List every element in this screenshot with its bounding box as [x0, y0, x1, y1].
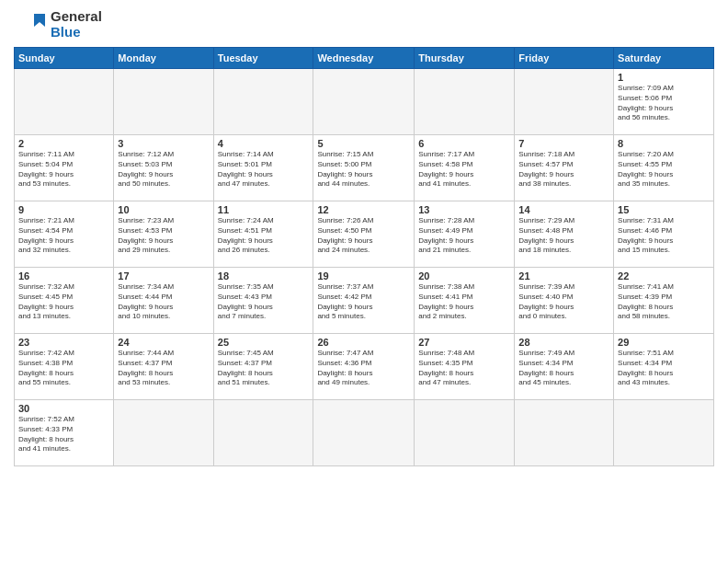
day-info: Sunrise: 7:12 AM Sunset: 5:03 PM Dayligh… [118, 150, 209, 190]
calendar-header-row: SundayMondayTuesdayWednesdayThursdayFrid… [15, 48, 714, 69]
calendar-cell [415, 400, 515, 466]
day-info: Sunrise: 7:29 AM Sunset: 4:48 PM Dayligh… [518, 216, 609, 256]
day-info: Sunrise: 7:47 AM Sunset: 4:36 PM Dayligh… [317, 349, 410, 388]
day-number: 27 [418, 337, 510, 348]
day-info: Sunrise: 7:11 AM Sunset: 5:04 PM Dayligh… [18, 150, 109, 190]
calendar-cell: 2Sunrise: 7:11 AM Sunset: 5:04 PM Daylig… [15, 135, 114, 201]
calendar-cell: 8Sunrise: 7:20 AM Sunset: 4:55 PM Daylig… [614, 135, 714, 201]
day-number: 22 [618, 270, 710, 282]
calendar-cell: 15Sunrise: 7:31 AM Sunset: 4:46 PM Dayli… [614, 201, 714, 268]
calendar-cell: 17Sunrise: 7:34 AM Sunset: 4:44 PM Dayli… [114, 268, 213, 334]
weekday-header-friday: Friday [515, 48, 614, 69]
calendar-cell [114, 400, 213, 466]
day-info: Sunrise: 7:17 AM Sunset: 4:58 PM Dayligh… [418, 150, 510, 190]
day-info: Sunrise: 7:14 AM Sunset: 5:01 PM Dayligh… [218, 150, 310, 190]
day-number: 17 [118, 270, 209, 282]
calendar-cell: 12Sunrise: 7:26 AM Sunset: 4:50 PM Dayli… [313, 201, 415, 268]
day-info: Sunrise: 7:42 AM Sunset: 4:38 PM Dayligh… [18, 349, 109, 388]
day-number: 15 [618, 204, 710, 215]
day-info: Sunrise: 7:24 AM Sunset: 4:51 PM Dayligh… [218, 216, 310, 256]
day-number: 3 [118, 138, 209, 149]
day-number: 29 [618, 337, 710, 348]
calendar-cell: 14Sunrise: 7:29 AM Sunset: 4:48 PM Dayli… [515, 201, 614, 268]
day-info: Sunrise: 7:18 AM Sunset: 4:57 PM Dayligh… [518, 150, 609, 190]
day-info: Sunrise: 7:31 AM Sunset: 4:46 PM Dayligh… [618, 216, 710, 256]
calendar-cell [313, 400, 415, 466]
calendar-cell [515, 400, 614, 466]
calendar-cell: 6Sunrise: 7:17 AM Sunset: 4:58 PM Daylig… [415, 135, 515, 201]
calendar-cell: 1Sunrise: 7:09 AM Sunset: 5:06 PM Daylig… [614, 69, 714, 135]
calendar-cell [213, 400, 313, 466]
calendar-week-row: 2Sunrise: 7:11 AM Sunset: 5:04 PM Daylig… [15, 135, 714, 201]
day-info: Sunrise: 7:09 AM Sunset: 5:06 PM Dayligh… [618, 84, 710, 123]
day-info: Sunrise: 7:48 AM Sunset: 4:35 PM Dayligh… [418, 349, 510, 388]
calendar-cell [313, 69, 415, 135]
logo: General Blue [14, 9, 102, 40]
calendar-cell: 25Sunrise: 7:45 AM Sunset: 4:37 PM Dayli… [213, 334, 313, 400]
day-number: 24 [118, 337, 209, 348]
calendar-cell: 24Sunrise: 7:44 AM Sunset: 4:37 PM Dayli… [114, 334, 213, 400]
day-number: 7 [518, 138, 609, 149]
day-number: 2 [18, 138, 109, 149]
calendar-cell: 19Sunrise: 7:37 AM Sunset: 4:42 PM Dayli… [313, 268, 415, 334]
weekday-header-saturday: Saturday [614, 48, 714, 69]
day-number: 18 [218, 270, 310, 282]
calendar-week-row: 9Sunrise: 7:21 AM Sunset: 4:54 PM Daylig… [15, 201, 714, 268]
calendar-cell [213, 69, 313, 135]
day-info: Sunrise: 7:15 AM Sunset: 5:00 PM Dayligh… [317, 150, 410, 190]
day-number: 20 [418, 270, 510, 282]
calendar-cell: 16Sunrise: 7:32 AM Sunset: 4:45 PM Dayli… [15, 268, 114, 334]
day-info: Sunrise: 7:51 AM Sunset: 4:34 PM Dayligh… [618, 349, 710, 388]
calendar-week-row: 23Sunrise: 7:42 AM Sunset: 4:38 PM Dayli… [15, 334, 714, 400]
logo-icon [14, 12, 47, 38]
day-number: 9 [18, 204, 109, 215]
day-number: 13 [418, 204, 510, 215]
calendar-week-row: 16Sunrise: 7:32 AM Sunset: 4:45 PM Dayli… [15, 268, 714, 334]
calendar-cell [515, 69, 614, 135]
day-number: 1 [618, 72, 710, 83]
calendar-cell: 7Sunrise: 7:18 AM Sunset: 4:57 PM Daylig… [515, 135, 614, 201]
logo-text: General Blue [51, 9, 102, 40]
day-number: 23 [18, 337, 109, 348]
day-info: Sunrise: 7:44 AM Sunset: 4:37 PM Dayligh… [118, 349, 209, 388]
day-info: Sunrise: 7:21 AM Sunset: 4:54 PM Dayligh… [18, 216, 109, 256]
calendar-cell: 26Sunrise: 7:47 AM Sunset: 4:36 PM Dayli… [313, 334, 415, 400]
day-info: Sunrise: 7:28 AM Sunset: 4:49 PM Dayligh… [418, 216, 510, 256]
calendar-cell: 3Sunrise: 7:12 AM Sunset: 5:03 PM Daylig… [114, 135, 213, 201]
day-info: Sunrise: 7:20 AM Sunset: 4:55 PM Dayligh… [618, 150, 710, 190]
calendar-week-row: 30Sunrise: 7:52 AM Sunset: 4:33 PM Dayli… [15, 400, 714, 466]
calendar-cell [614, 400, 714, 466]
day-info: Sunrise: 7:26 AM Sunset: 4:50 PM Dayligh… [317, 216, 410, 256]
day-number: 4 [218, 138, 310, 149]
calendar-cell: 10Sunrise: 7:23 AM Sunset: 4:53 PM Dayli… [114, 201, 213, 268]
calendar-cell: 9Sunrise: 7:21 AM Sunset: 4:54 PM Daylig… [15, 201, 114, 268]
calendar-cell: 4Sunrise: 7:14 AM Sunset: 5:01 PM Daylig… [213, 135, 313, 201]
weekday-header-thursday: Thursday [415, 48, 515, 69]
day-number: 5 [317, 138, 410, 149]
day-number: 28 [518, 337, 609, 348]
calendar-cell: 13Sunrise: 7:28 AM Sunset: 4:49 PM Dayli… [415, 201, 515, 268]
calendar-cell: 22Sunrise: 7:41 AM Sunset: 4:39 PM Dayli… [614, 268, 714, 334]
calendar-cell: 11Sunrise: 7:24 AM Sunset: 4:51 PM Dayli… [213, 201, 313, 268]
header: General Blue [14, 9, 714, 40]
calendar-cell: 20Sunrise: 7:38 AM Sunset: 4:41 PM Dayli… [415, 268, 515, 334]
day-info: Sunrise: 7:39 AM Sunset: 4:40 PM Dayligh… [518, 282, 609, 322]
calendar-cell: 5Sunrise: 7:15 AM Sunset: 5:00 PM Daylig… [313, 135, 415, 201]
calendar-cell [114, 69, 213, 135]
weekday-header-tuesday: Tuesday [213, 48, 313, 69]
calendar-cell: 28Sunrise: 7:49 AM Sunset: 4:34 PM Dayli… [515, 334, 614, 400]
day-info: Sunrise: 7:35 AM Sunset: 4:43 PM Dayligh… [218, 282, 310, 322]
calendar-cell: 23Sunrise: 7:42 AM Sunset: 4:38 PM Dayli… [15, 334, 114, 400]
weekday-header-sunday: Sunday [15, 48, 114, 69]
calendar-week-row: 1Sunrise: 7:09 AM Sunset: 5:06 PM Daylig… [15, 69, 714, 135]
day-number: 25 [218, 337, 310, 348]
calendar-cell: 30Sunrise: 7:52 AM Sunset: 4:33 PM Dayli… [15, 400, 114, 466]
page: General Blue SundayMondayTuesdayWednesda… [0, 0, 728, 563]
day-number: 19 [317, 270, 410, 282]
day-number: 11 [218, 204, 310, 215]
day-info: Sunrise: 7:38 AM Sunset: 4:41 PM Dayligh… [418, 282, 510, 322]
day-number: 26 [317, 337, 410, 348]
calendar: SundayMondayTuesdayWednesdayThursdayFrid… [14, 47, 714, 466]
calendar-cell: 29Sunrise: 7:51 AM Sunset: 4:34 PM Dayli… [614, 334, 714, 400]
day-number: 10 [118, 204, 209, 215]
